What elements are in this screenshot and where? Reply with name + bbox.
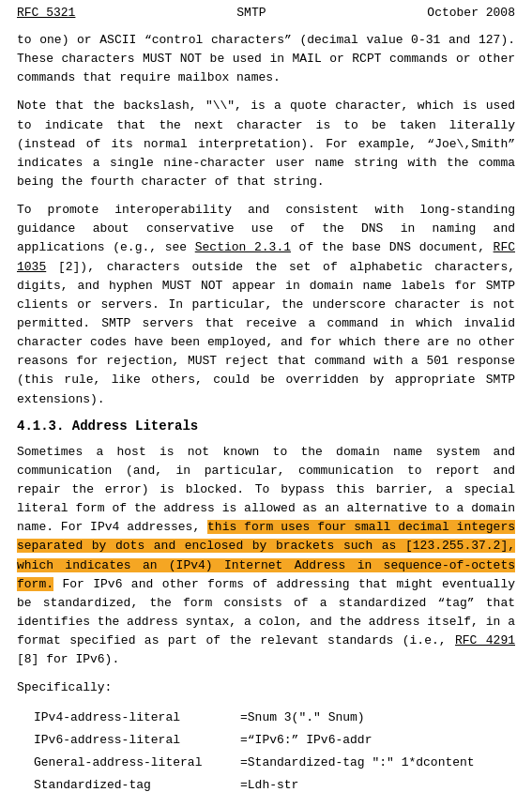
paragraph-interoperability: To promote interoperability and consiste… — [17, 201, 515, 409]
code-lhs-general: General-address-literal — [34, 753, 240, 773]
rfc1035-ref: [2] — [46, 260, 80, 274]
para-p4-suffix: For IPv6 and other forms of addressing t… — [17, 577, 515, 647]
paragraph-control-chars: to one) or ASCII “control characters” (d… — [17, 31, 515, 87]
code-eq-ipv4: = — [240, 708, 248, 728]
rfc4291-ref: [8] — [17, 652, 38, 666]
paragraph-specifically: Specifically: — [17, 678, 515, 697]
section-2-3-1-link[interactable]: Section 2.3.1 — [195, 240, 291, 254]
code-lhs-ipv6: IPv6-address-literal — [34, 730, 240, 751]
para-p4-suffix2: for IPv6). — [38, 652, 119, 666]
document-title: SMTP — [236, 6, 266, 20]
para-mid1: of the base DNS document, — [291, 240, 494, 254]
section-heading-address-literals: 4.1.3. Address Literals — [17, 419, 515, 434]
page-header: RFC 5321 SMTP October 2008 — [0, 0, 532, 23]
paragraph-address-literals: Sometimes a host is not known to the dom… — [17, 443, 515, 670]
code-lhs-ipv4: IPv4-address-literal — [34, 708, 240, 728]
code-eq-standardized: = — [240, 775, 248, 792]
document-date: October 2008 — [427, 6, 515, 20]
code-rhs-standardized: Ldh-str — [248, 775, 299, 792]
code-eq-ipv6: = — [240, 730, 248, 751]
code-line-general: General-address-literal = Standardized-t… — [34, 753, 515, 773]
rfc-number: RFC 5321 — [17, 6, 75, 20]
code-rhs-ipv6: “IPv6:” IPv6-addr — [248, 730, 372, 751]
code-line-ipv4: IPv4-address-literal = Snum 3("." Snum) — [34, 708, 515, 728]
para-mid2: ), characters outside the set of alphabe… — [17, 260, 515, 406]
code-lhs-standardized: Standardized-tag — [34, 775, 240, 792]
page: RFC 5321 SMTP October 2008 to one) or AS… — [0, 0, 532, 792]
code-definitions: IPv4-address-literal = Snum 3("." Snum) … — [34, 708, 515, 793]
paragraph-backslash: Note that the backslash, "\\", is a quot… — [17, 97, 515, 191]
rfc4291-link[interactable]: RFC 4291 — [455, 633, 515, 647]
rfc-link[interactable]: RFC 5321 — [17, 6, 75, 20]
code-rhs-general: Standardized-tag ":" 1*dcontent — [248, 753, 475, 773]
code-line-standardized: Standardized-tag = Ldh-str — [34, 775, 515, 792]
code-rhs-ipv4: Snum 3("." Snum) — [248, 708, 365, 728]
page-content: to one) or ASCII “control characters” (d… — [0, 23, 532, 792]
code-eq-general: = — [240, 753, 248, 773]
code-line-ipv6: IPv6-address-literal = “IPv6:” IPv6-addr — [34, 730, 515, 751]
